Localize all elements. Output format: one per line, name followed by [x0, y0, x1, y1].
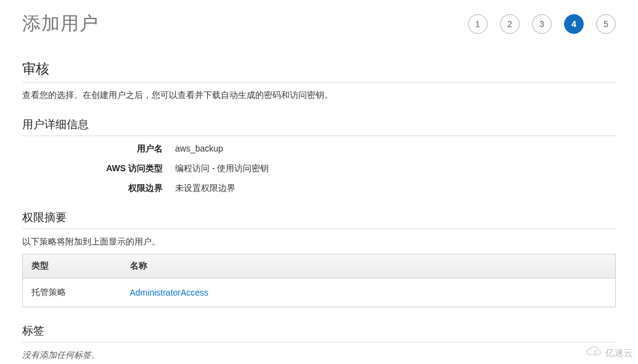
policy-link[interactable]: AdministratorAccess: [130, 288, 209, 297]
divider: [22, 135, 616, 136]
divider: [22, 342, 616, 342]
step-3[interactable]: 3: [532, 14, 552, 34]
svg-point-0: [594, 351, 597, 354]
permissions-description: 以下策略将附加到上面显示的用户。: [22, 237, 616, 248]
cloud-icon: [586, 346, 603, 360]
user-details-title: 用户详细信息: [22, 117, 616, 132]
step-2[interactable]: 2: [500, 14, 520, 34]
cell-policy-name: AdministratorAccess: [121, 278, 616, 307]
kv-label: AWS 访问类型: [22, 163, 175, 174]
tags-empty-message: 没有添加任何标签。: [22, 350, 616, 361]
page-title: 添加用户: [22, 11, 99, 36]
review-description: 查看您的选择。在创建用户之后，您可以查看并下载自动生成的密码和访问密钥。: [22, 90, 616, 101]
divider: [22, 229, 616, 229]
kv-row-username: 用户名 aws_backup: [22, 144, 616, 155]
cell-policy-type: 托管策略: [23, 278, 121, 307]
kv-value: aws_backup: [175, 144, 223, 155]
column-header-type: 类型: [23, 254, 121, 278]
user-details-list: 用户名 aws_backup AWS 访问类型 编程访问 - 使用访问密钥 权限…: [22, 144, 616, 194]
kv-row-access-type: AWS 访问类型 编程访问 - 使用访问密钥: [22, 163, 616, 174]
watermark-text: 亿速云: [605, 347, 633, 359]
column-header-name: 名称: [121, 254, 616, 278]
step-1[interactable]: 1: [468, 14, 488, 34]
header-row: 添加用户 1 2 3 4 5: [0, 0, 638, 42]
review-title: 审核: [22, 60, 616, 78]
kv-row-permission-boundary: 权限边界 未设置权限边界: [22, 183, 616, 194]
step-5[interactable]: 5: [596, 14, 616, 34]
kv-value: 编程访问 - 使用访问密钥: [175, 163, 269, 174]
kv-label: 用户名: [22, 144, 175, 155]
table-header-row: 类型 名称: [23, 254, 616, 278]
permissions-title: 权限摘要: [22, 210, 616, 225]
step-4[interactable]: 4: [564, 14, 584, 34]
kv-value: 未设置权限边界: [175, 183, 235, 194]
kv-label: 权限边界: [22, 183, 175, 194]
permissions-table: 类型 名称 托管策略 AdministratorAccess: [22, 254, 616, 307]
watermark: 亿速云: [586, 346, 633, 360]
wizard-stepper: 1 2 3 4 5: [468, 14, 616, 34]
tags-title: 标签: [22, 323, 616, 338]
table-row: 托管策略 AdministratorAccess: [23, 278, 616, 307]
content-area: 审核 查看您的选择。在创建用户之后，您可以查看并下载自动生成的密码和访问密钥。 …: [0, 60, 638, 361]
divider: [22, 82, 616, 83]
